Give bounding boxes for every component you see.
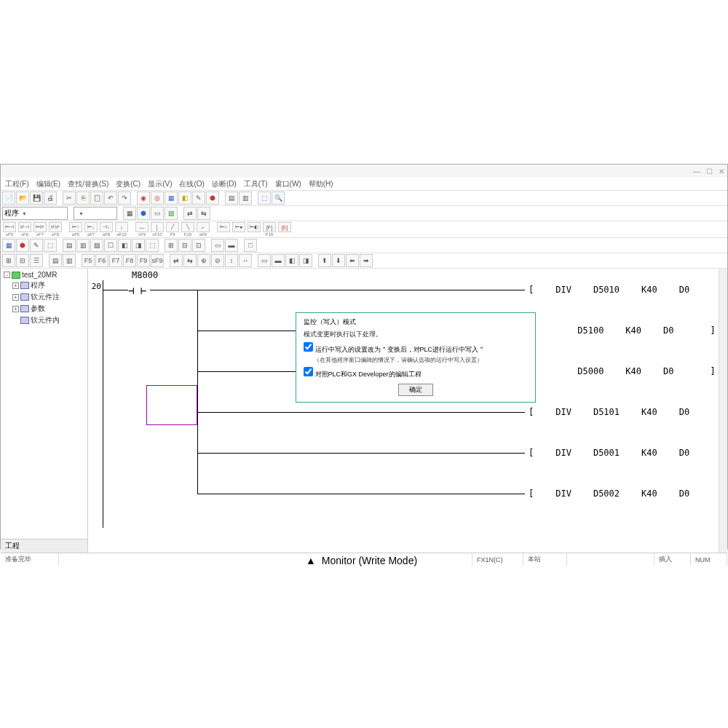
close-button[interactable]: ✕ [719, 167, 724, 175]
tb4-16-icon[interactable]: ▬ [225, 239, 238, 252]
tb4-6-icon[interactable]: ▥ [76, 239, 90, 252]
tool-d-icon[interactable]: ◧ [178, 191, 191, 205]
tb5-24-icon[interactable]: ⬅ [346, 254, 359, 267]
tb2-a-icon[interactable]: ▦ [123, 207, 136, 220]
tool-g-icon[interactable]: ▤ [225, 191, 238, 205]
ok-button[interactable]: 确定 [398, 384, 433, 396]
tool-c-icon[interactable]: ▦ [165, 191, 178, 205]
ld-f6-icon[interactable]: ⊬⊣ [18, 222, 31, 232]
tb5-5-icon[interactable]: ▥ [63, 254, 76, 267]
menu-help[interactable]: 帮助(H) [309, 179, 333, 189]
tree-item-device-comment[interactable]: +软元件注 [2, 291, 86, 303]
minimize-button[interactable]: — [693, 167, 700, 175]
tb5-1-icon[interactable]: ⊞ [2, 254, 15, 267]
tb5-19-icon[interactable]: ▬ [272, 254, 285, 267]
ld-af9-icon[interactable]: ⌐ [197, 222, 210, 232]
tb2-e-icon[interactable]: ⇄ [183, 207, 197, 220]
tb4-2-icon[interactable]: ⬢ [16, 239, 29, 252]
tb5-16-icon[interactable]: ↕ [225, 254, 238, 267]
ld-af5-icon[interactable]: ⊢↑ [69, 222, 82, 232]
tb5-7-icon[interactable]: F6 [95, 254, 108, 267]
tb2-c-icon[interactable]: ▭ [151, 207, 164, 220]
tb5-17-icon[interactable]: ↔ [239, 254, 252, 267]
ld-f5-icon[interactable]: ⊢⊣ [3, 222, 16, 232]
ld-out4-icon[interactable]: [F] [263, 222, 276, 232]
tb5-20-icon[interactable]: ◧ [285, 254, 298, 267]
dialog-checkbox-1[interactable]: 运行中写入的设置改为＂变换后，对PLC进行运行中写入＂ [304, 342, 528, 355]
tb4-4-icon[interactable]: ⬚ [44, 239, 57, 252]
open-icon[interactable]: 📂 [16, 191, 29, 205]
tree-item-parameters[interactable]: +参数 [2, 303, 86, 314]
tb5-14-icon[interactable]: ⊕ [197, 254, 210, 267]
tb5-4-icon[interactable]: ▤ [49, 254, 62, 267]
print-icon[interactable]: 🖨 [44, 191, 57, 205]
new-icon[interactable]: 📄 [2, 191, 15, 205]
tool-f-icon[interactable]: ⬢ [206, 191, 219, 205]
cut-icon[interactable]: ✂ [63, 191, 76, 205]
tb4-3-icon[interactable]: ✎ [30, 239, 43, 252]
paste-icon[interactable]: 📋 [90, 191, 103, 205]
tb5-3-icon[interactable]: ☰ [30, 254, 43, 267]
menu-tools[interactable]: 工具(T) [244, 179, 268, 189]
undo-icon[interactable]: ↶ [104, 191, 117, 205]
tb5-15-icon[interactable]: ⊖ [211, 254, 224, 267]
menu-edit[interactable]: 编辑(E) [36, 179, 60, 189]
tb5-2-icon[interactable]: ⊟ [16, 254, 29, 267]
tree-item-device-memory[interactable]: 软元件内 [2, 314, 86, 326]
tb5-23-icon[interactable]: ⬇ [332, 254, 345, 267]
sidebar-tab-project[interactable]: 工程 [1, 539, 87, 553]
find-icon[interactable]: 🔍 [272, 191, 285, 205]
ld-out5-icon[interactable]: [E] [278, 222, 291, 232]
menu-file[interactable]: 工程(F) [5, 179, 29, 189]
tb4-14-icon[interactable]: ⊡ [192, 239, 205, 252]
tree-root[interactable]: -test_20MR [2, 270, 86, 280]
copy-icon[interactable]: ⎘ [76, 191, 90, 205]
ld-cf10-icon[interactable]: │ [151, 222, 164, 232]
ld-out2-icon[interactable]: ⊢● [232, 222, 245, 232]
tool-e-icon[interactable]: ✎ [192, 191, 205, 205]
redo-icon[interactable]: ↷ [118, 191, 131, 205]
tb2-d-icon[interactable]: ▨ [165, 207, 178, 220]
program-combo[interactable]: 程序 [2, 207, 68, 220]
tb4-10-icon[interactable]: ◨ [132, 239, 145, 252]
tb4-7-icon[interactable]: ▧ [90, 239, 103, 252]
tb4-5-icon[interactable]: ▤ [63, 239, 76, 252]
tb5-10-icon[interactable]: F9 [137, 254, 150, 267]
tb5-25-icon[interactable]: ➡ [360, 254, 373, 267]
ld-f7-icon[interactable]: ⊢⊬ [33, 222, 47, 232]
tool-i-icon[interactable]: ⬚ [258, 191, 271, 205]
tb5-13-icon[interactable]: ⇆ [183, 254, 197, 267]
menu-window[interactable]: 窗口(W) [275, 179, 301, 189]
save-icon[interactable]: 💾 [30, 191, 43, 205]
tb2-b-icon[interactable]: ⬢ [137, 207, 150, 220]
tb4-13-icon[interactable]: ⊟ [178, 239, 191, 252]
ld-af8-icon[interactable]: ⊣↓ [100, 222, 113, 232]
ld-cf9-icon[interactable]: — [135, 222, 149, 232]
tb5-6-icon[interactable]: F5 [82, 254, 95, 267]
menu-diag[interactable]: 诊断(D) [212, 179, 237, 189]
tb4-15-icon[interactable]: ▭ [211, 239, 224, 252]
menu-view[interactable]: 显示(V) [148, 179, 172, 189]
menu-find[interactable]: 查找/替换(S) [68, 179, 108, 189]
tb2-f-icon[interactable]: ⇆ [197, 207, 210, 220]
tb5-22-icon[interactable]: ⬆ [318, 254, 331, 267]
ladder-editor[interactable]: M8000 20 ⊣ ⊢ [DIVD5010K40D0] D5100K40D0]… [88, 269, 727, 553]
ld-out1-icon[interactable]: ⊢○ [217, 222, 230, 232]
tb4-8-icon[interactable]: ☐ [104, 239, 117, 252]
tb5-8-icon[interactable]: F7 [109, 254, 122, 267]
ld-f8-icon[interactable]: ⊬⊬ [49, 222, 62, 232]
ld-f10-icon[interactable]: ╲ [181, 222, 194, 232]
tb4-12-icon[interactable]: ⊞ [165, 239, 178, 252]
menu-online[interactable]: 在线(O) [179, 179, 204, 189]
tree-item-program[interactable]: +程序 [2, 280, 86, 291]
tool-a-icon[interactable]: ◉ [137, 191, 150, 205]
ld-out3-icon[interactable]: ⊢◐ [248, 222, 261, 232]
dialog-checkbox-2[interactable]: 对照PLC和GX Developer的编辑工程 [304, 367, 528, 379]
ld-af7-icon[interactable]: ⊢↓ [84, 222, 98, 232]
project-tree[interactable]: -test_20MR +程序 +软元件注 +参数 软元件内 [1, 269, 87, 539]
tb5-12-icon[interactable]: ⇄ [170, 254, 183, 267]
tb4-9-icon[interactable]: ◧ [118, 239, 131, 252]
tool-b-icon[interactable]: ◎ [151, 191, 164, 205]
maximize-button[interactable]: ☐ [706, 167, 713, 175]
tb5-11-icon[interactable]: sF9 [151, 254, 164, 267]
